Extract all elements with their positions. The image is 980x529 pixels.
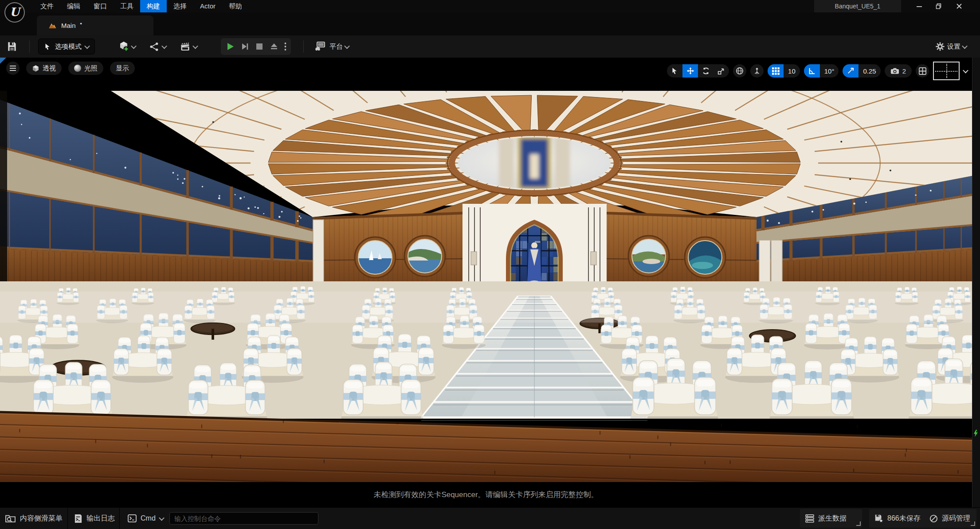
surface-snap-icon: [753, 67, 761, 75]
close-button[interactable]: [952, 0, 967, 12]
viewport-left-toolbar: 透视 光照 显示: [6, 62, 135, 75]
derived-data-label: 派生数据: [818, 514, 847, 523]
unreal-logo[interactable]: U: [4, 2, 25, 23]
globe-icon: [736, 67, 744, 75]
menu-actor[interactable]: Actor: [193, 0, 222, 12]
window-title: Banquet_UE5_1: [814, 0, 901, 12]
content-drawer-label: 内容侧滑菜单: [20, 514, 63, 523]
add-actor-icon: [118, 41, 129, 52]
output-log-icon: [74, 514, 82, 523]
unsaved-button[interactable]: 866未保存: [874, 508, 921, 529]
content-drawer-button[interactable]: 内容侧滑菜单: [5, 508, 63, 529]
grid-snap-control: 10: [768, 64, 800, 78]
select-mode-label: 选项模式: [55, 43, 82, 51]
grid-snap-button[interactable]: [768, 64, 784, 78]
source-control-label: 源码管理: [942, 514, 970, 523]
sequencer-warning-message: 未检测到有效的关卡Sequencer。请编辑关卡序列来启用完整控制。: [0, 482, 972, 507]
minimize-button[interactable]: [912, 0, 927, 12]
cinematics-dropdown[interactable]: [176, 39, 201, 54]
sync-status-icon: [974, 430, 978, 437]
cmd-dropdown[interactable]: Cmd: [128, 508, 164, 529]
menu-edit[interactable]: 编辑: [60, 0, 87, 12]
show-dropdown[interactable]: 显示: [110, 62, 135, 75]
eject-button[interactable]: [267, 39, 281, 54]
title-bar: 文件 编辑 窗口 工具 构建 选择 Actor 帮助 Banquet_UE5_1: [0, 0, 980, 12]
save-button[interactable]: [6, 35, 18, 58]
rotate-icon: [702, 67, 710, 75]
surface-snapping-button[interactable]: [750, 64, 764, 78]
select-tool-button[interactable]: [667, 64, 682, 78]
source-control-button[interactable]: 源码管理: [929, 508, 970, 529]
menu-tools[interactable]: 工具: [114, 0, 140, 12]
select-mode-dropdown[interactable]: 选项模式: [38, 39, 95, 54]
play-button[interactable]: [223, 39, 237, 54]
chevron-down-icon: [131, 43, 137, 49]
camera-speed-value: 2: [902, 67, 906, 75]
quad-view-icon: [919, 67, 926, 75]
server-stack-icon: [805, 514, 814, 523]
rotation-snap-button[interactable]: [804, 64, 820, 78]
cube-icon: [32, 65, 39, 72]
menu-build[interactable]: 构建: [140, 0, 167, 12]
gear-icon: [935, 42, 945, 51]
close-icon: [956, 3, 962, 9]
scale-snap-button[interactable]: [843, 64, 858, 78]
hamburger-menu-icon: [10, 66, 16, 71]
cursor-icon: [671, 67, 678, 75]
scale-tool-button[interactable]: [713, 64, 729, 78]
settings-dropdown[interactable]: 设置: [932, 39, 970, 54]
chevron-down-icon: [161, 43, 167, 49]
menu-select[interactable]: 选择: [167, 0, 193, 12]
diagonal-arrow-icon: [847, 67, 854, 74]
grid-icon: [772, 67, 780, 75]
perspective-label: 透视: [43, 64, 56, 73]
output-log-label: 输出日志: [86, 514, 115, 523]
tab-label: Main: [61, 22, 76, 29]
console-command-input[interactable]: [169, 512, 318, 525]
platforms-dropdown[interactable]: 平台: [310, 39, 353, 54]
no-source-control-icon: [929, 514, 938, 523]
play-options-button[interactable]: [281, 39, 289, 54]
console-icon: [128, 514, 137, 522]
output-log-button[interactable]: 输出日志: [74, 508, 115, 529]
platforms-icon: [314, 41, 327, 52]
move-tool-button[interactable]: [682, 64, 698, 78]
settings-label: 设置: [947, 43, 960, 51]
grid-snap-value[interactable]: 10: [784, 64, 800, 78]
frame-skip-button[interactable]: [237, 39, 252, 54]
restore-button[interactable]: [931, 0, 946, 12]
world-local-toggle[interactable]: [733, 64, 746, 78]
cinematics-icon: [180, 41, 191, 52]
menu-help[interactable]: 帮助: [222, 0, 249, 12]
lit-mode-dropdown[interactable]: 光照: [68, 62, 103, 75]
angle-icon: [808, 67, 816, 75]
menu-window[interactable]: 窗口: [87, 0, 114, 12]
viewport-layout-preview[interactable]: [933, 62, 960, 80]
toolbar-separator: [29, 40, 30, 53]
perspective-dropdown[interactable]: 透视: [26, 62, 62, 75]
blueprints-dropdown[interactable]: [145, 39, 170, 54]
select-mode-icon: [44, 43, 51, 51]
status-bar: 内容侧滑菜单 输出日志 Cmd: [0, 507, 980, 529]
frame-skip-icon: [240, 42, 249, 51]
add-actor-dropdown[interactable]: [114, 39, 139, 54]
camera-speed-control[interactable]: 2: [885, 64, 912, 78]
viewport-right-toolbar: 10 10° 0.25: [667, 62, 968, 80]
menu-file[interactable]: 文件: [34, 0, 60, 12]
unreal-editor-window: 文件 编辑 窗口 工具 构建 选择 Actor 帮助 Banquet_UE5_1…: [0, 0, 980, 529]
scale-snap-value[interactable]: 0.25: [858, 64, 880, 78]
rotation-snap-value[interactable]: 10°: [820, 64, 839, 78]
derived-data-button[interactable]: 派生数据: [805, 508, 847, 529]
viewport-right-edge: [972, 58, 980, 507]
rotate-tool-button[interactable]: [698, 64, 713, 78]
tab-main-level[interactable]: Main •: [37, 16, 153, 35]
stop-button[interactable]: [252, 39, 267, 54]
transform-tools: [667, 64, 729, 78]
viewport-options-button[interactable]: [6, 62, 20, 75]
maximize-viewport-button[interactable]: [916, 64, 929, 78]
chevron-down-icon[interactable]: [963, 67, 968, 73]
tab-dirty-dot: •: [80, 21, 82, 27]
level-viewport[interactable]: 透视 光照 显示: [0, 58, 972, 507]
main-toolbar: 选项模式: [0, 35, 980, 58]
main-menu: 文件 编辑 窗口 工具 构建 选择 Actor 帮助: [34, 0, 249, 12]
